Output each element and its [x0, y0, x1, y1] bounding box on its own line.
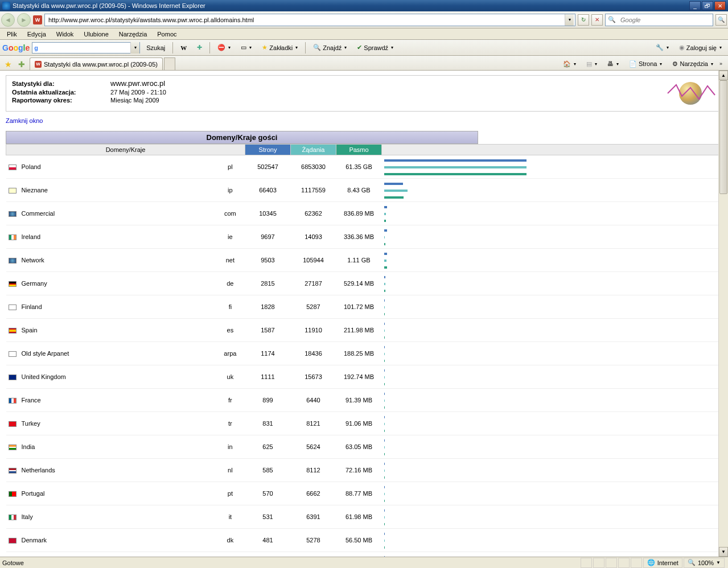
forward-button[interactable]: ► [17, 13, 31, 27]
pages-value: 396 [245, 552, 291, 557]
close-button[interactable]: ✕ [714, 1, 726, 10]
new-tab-button[interactable] [164, 57, 175, 70]
pages-value: 585 [245, 459, 291, 482]
table-row: Nieznaneip6640311175598.43 GB [6, 179, 722, 202]
country-code: in [215, 435, 245, 459]
search-go-button[interactable]: 🔍 [715, 14, 727, 26]
star-icon: ★ [262, 44, 268, 51]
flag-icon [9, 538, 17, 544]
zakladki-button[interactable]: ★ Zakładki [258, 42, 302, 54]
scroll-up-button[interactable]: ▲ [719, 71, 728, 80]
bw-value: 61.35 GB [336, 155, 382, 179]
share-button[interactable]: ✚ [193, 42, 206, 54]
scroll-thumb[interactable] [719, 80, 727, 194]
google-search-input[interactable] [40, 44, 130, 51]
tab-bar: ★ ✚ W Statystyki dla www.pwr.wroc.pl (20… [0, 56, 728, 71]
pages-value: 502547 [245, 155, 291, 179]
bar-cell [382, 249, 722, 272]
hits-value: 8121 [291, 412, 336, 435]
bar-cell [382, 365, 722, 389]
znajdz-button[interactable]: 🔍 Znajdź [309, 42, 351, 54]
last-update-label: Ostatnia aktualizacja: [12, 89, 109, 96]
table-row: United Kingdomuk111115673192.74 MB [6, 365, 722, 389]
country-code: net [215, 249, 245, 272]
flag-icon [9, 444, 17, 450]
menu-edycja[interactable]: Edycja [23, 30, 51, 39]
home-icon: 🏠 [563, 60, 571, 68]
wikipedia-icon: W [180, 44, 187, 51]
stop-button[interactable]: ✕ [591, 14, 603, 26]
bar-cell [382, 272, 722, 295]
country-name: Spain [19, 319, 215, 342]
google-search-box[interactable]: g ▾ [32, 42, 140, 53]
feeds-button[interactable]: ▤ [582, 57, 601, 70]
hits-value: 6662 [291, 482, 336, 505]
window-titlebar: Statystyki dla www.pwr.wroc.pl (2009-05)… [0, 0, 728, 11]
security-zone[interactable]: 🌐Internet [643, 558, 682, 568]
autofill-button[interactable]: ▭ [237, 42, 256, 54]
awstats-logo [665, 79, 716, 108]
settings-button[interactable]: 🔧 [652, 42, 673, 54]
add-favorites-icon[interactable]: ✚ [16, 59, 27, 70]
back-button[interactable]: ◄ [1, 13, 15, 27]
menu-plik[interactable]: Plik [2, 30, 22, 39]
pages-value: 2815 [245, 272, 291, 295]
spellcheck-icon: ✔ [357, 44, 362, 51]
menu-widok[interactable]: Widok [52, 30, 79, 39]
flag-icon [9, 304, 17, 310]
zoom-control[interactable]: 🔍100% ▼ [684, 558, 725, 568]
home-button[interactable]: 🏠 [559, 57, 580, 70]
popup-blocker-button[interactable]: ⛔ [213, 42, 235, 54]
close-window-link[interactable]: Zamknij okno [6, 117, 43, 124]
refresh-button[interactable]: ↻ [578, 14, 589, 26]
country-name: Czech Republic [19, 552, 215, 557]
country-name: Turkey [19, 412, 215, 435]
flag-icon [9, 281, 17, 287]
col-pages: Strony [245, 145, 291, 155]
minimize-button[interactable]: _ [689, 1, 701, 10]
bw-value: 1.11 GB [336, 249, 382, 272]
hits-value: 8112 [291, 459, 336, 482]
country-code: nl [215, 459, 245, 482]
flag-icon [9, 468, 17, 474]
tab-active[interactable]: W Statystyki dla www.pwr.wroc.pl (2009-0… [30, 57, 163, 70]
address-dropdown[interactable]: ▾ [565, 14, 574, 26]
bar-cell [382, 202, 722, 225]
period-label: Raportowany okres: [12, 97, 109, 104]
chevron-icon[interactable]: » [719, 61, 722, 67]
wikipedia-button[interactable]: W [176, 42, 191, 54]
col-bars [382, 145, 722, 155]
hits-value: 6391 [291, 505, 336, 529]
hits-value: 11910 [291, 319, 336, 342]
google-search-dropdown[interactable]: ▾ [130, 42, 139, 53]
country-code: es [215, 319, 245, 342]
menu-narzedzia[interactable]: Narzędzia [114, 30, 152, 39]
pages-value: 9503 [245, 249, 291, 272]
search-input[interactable] [618, 17, 713, 23]
strona-button[interactable]: 📄 Strona [625, 57, 666, 70]
bar-cell [382, 342, 722, 365]
url-input[interactable] [46, 17, 565, 23]
wrench-icon: 🔧 [656, 44, 664, 51]
country-code: ip [215, 179, 245, 202]
flag-icon [9, 491, 17, 497]
address-bar[interactable]: ▾ [44, 14, 575, 26]
narzedzia-button[interactable]: ⚙ Narzędzia [668, 57, 717, 70]
bw-value: 101.72 MB [336, 295, 382, 319]
scroll-down-button[interactable]: ▼ [719, 547, 728, 557]
window-title: Statystyki dla www.pwr.wroc.pl (2009-05)… [13, 2, 689, 9]
bar-cell [382, 459, 722, 482]
szukaj-button[interactable]: Szukaj [142, 42, 169, 54]
favorites-star-icon[interactable]: ★ [2, 59, 14, 70]
search-box[interactable]: 🔍 [605, 14, 713, 26]
country-code: de [215, 272, 245, 295]
pages-value: 481 [245, 529, 291, 552]
zaloguj-button[interactable]: ◉ Zaloguj się [675, 42, 726, 54]
sprawdz-button[interactable]: ✔ Sprawdź [353, 42, 397, 54]
country-code: dk [215, 529, 245, 552]
restore-button[interactable]: 🗗 [702, 1, 713, 10]
menu-ulubione[interactable]: Ulubione [79, 30, 113, 39]
print-button[interactable]: 🖶 [603, 57, 623, 70]
menu-pomoc[interactable]: Pomoc [153, 30, 181, 39]
vertical-scrollbar[interactable]: ▲ ▼ [718, 71, 728, 557]
